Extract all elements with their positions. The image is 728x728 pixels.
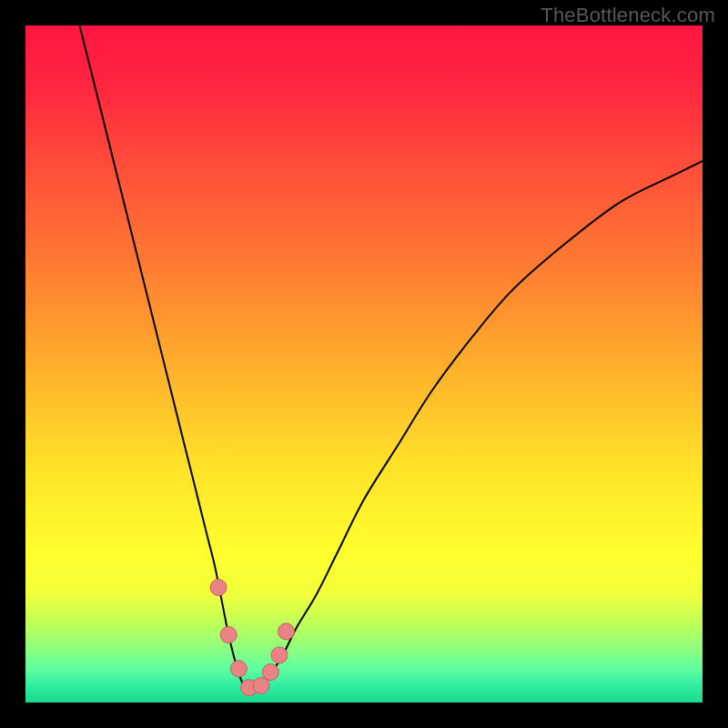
gradient-background: [25, 25, 703, 703]
outer-frame: TheBottleneck.com: [0, 0, 728, 728]
curve-marker: [271, 647, 288, 663]
curve-marker: [230, 661, 247, 677]
curve-marker: [253, 677, 269, 693]
curve-marker: [278, 623, 294, 640]
plot-area: [25, 25, 703, 703]
curve-marker: [220, 627, 237, 643]
curve-marker: [210, 580, 227, 596]
watermark-text: TheBottleneck.com: [541, 4, 715, 27]
curve-marker: [262, 664, 278, 681]
bottleneck-chart: [25, 25, 703, 703]
